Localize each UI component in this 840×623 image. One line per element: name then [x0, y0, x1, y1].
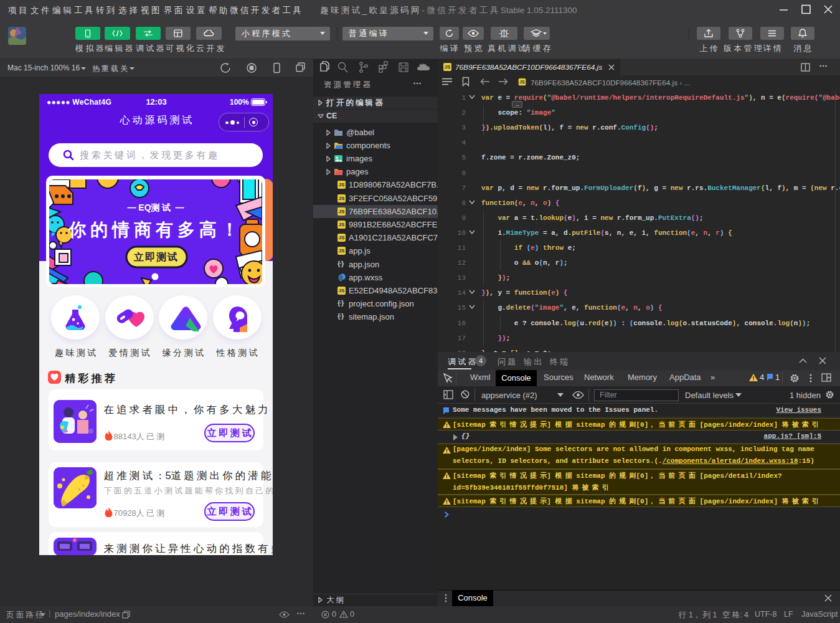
svg-text:你的情商有多高！: 你的情商有多高！ — [68, 220, 243, 239]
svg-text:立即测试: 立即测试 — [133, 252, 179, 262]
svg-text:— EQ测试 —: — EQ测试 — — [127, 202, 184, 212]
